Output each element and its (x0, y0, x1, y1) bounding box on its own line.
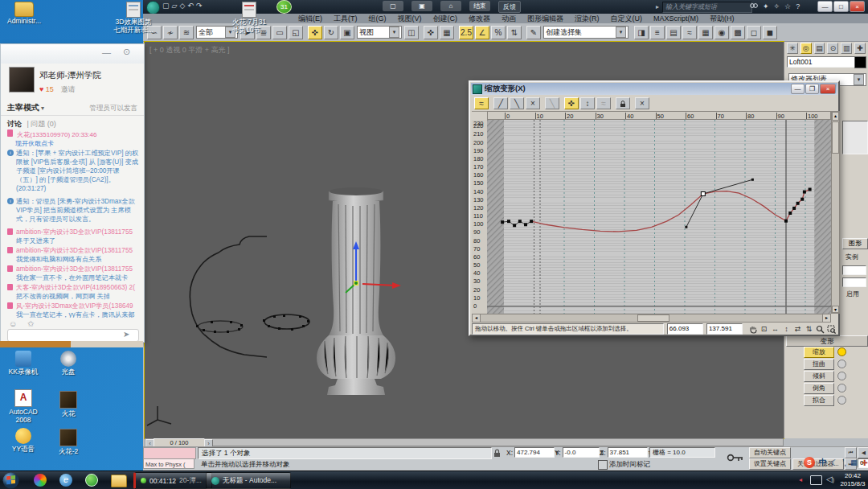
desktop-icon-6[interactable]: 火花-2 (50, 429, 87, 455)
selection-lock-icon[interactable] (492, 447, 502, 458)
spinner-snap-icon[interactable]: ⇅ (507, 26, 522, 39)
star-icon[interactable]: ✩ (27, 319, 34, 328)
chinese-mode-icon[interactable]: 中 (819, 457, 827, 468)
control-point[interactable] (524, 223, 527, 226)
recorder-overlay-item[interactable]: ▢ (383, 1, 403, 11)
edit-named-selection-icon[interactable]: ✎ (526, 26, 541, 39)
punctuation-icon[interactable]: ’, (842, 458, 846, 467)
point-y-field[interactable]: 137.591 (706, 323, 743, 335)
new-scene-icon[interactable]: ▢ (162, 2, 170, 12)
menu-创建(C)[interactable]: 创建(C) (428, 14, 464, 24)
fragment-field-2[interactable] (842, 277, 866, 287)
menu-渲染(R)[interactable]: 渲染(R) (569, 14, 605, 24)
deform-button-倒角[interactable]: 倒角 (804, 383, 834, 394)
chat-power-icon[interactable]: ⊙ (123, 47, 130, 57)
lightbulb-icon[interactable] (837, 347, 846, 356)
rendered-frame-icon[interactable]: ◻ (747, 26, 761, 39)
tab-question[interactable]: | 问题 (0) (27, 120, 56, 128)
control-point[interactable] (788, 212, 792, 215)
menu-动画[interactable]: 动画 (496, 14, 522, 24)
zoom-horizontal-icon[interactable]: ⇄ (792, 324, 803, 335)
recorder-overlay-item[interactable]: ⌂ (440, 1, 461, 11)
percent-snap-icon[interactable]: % (491, 26, 506, 39)
use-pivot-point-icon[interactable]: ◫ (404, 26, 419, 39)
desktop-icon-huohua[interactable]: 火花-7月31 号第10节... (223, 2, 275, 34)
insert-bezier-point-icon[interactable]: ╲ (510, 97, 524, 109)
menu-图形编辑器[interactable]: 图形编辑器 (522, 14, 569, 24)
layer-manager-icon[interactable]: ▤ (666, 26, 681, 39)
key-icon[interactable]: ✦ (763, 2, 769, 10)
display-tab[interactable]: ▥ (841, 43, 852, 54)
lightbulb-icon[interactable] (837, 384, 846, 392)
swap-deform-curves-icon[interactable]: ╲ (545, 97, 559, 109)
object-color-swatch[interactable] (854, 56, 866, 68)
keyboard-icon[interactable]: ▦ (850, 458, 858, 466)
menu-自定义(U)[interactable]: 自定义(U) (605, 14, 649, 24)
selected-control-point[interactable] (701, 192, 705, 196)
desktop-icon-2[interactable]: 光盘 (50, 351, 87, 376)
scale-control-point-icon[interactable]: ↕ (580, 97, 595, 109)
search-caret[interactable]: ▸ (656, 3, 659, 10)
deform-button-倾斜[interactable]: 倾斜 (804, 371, 834, 382)
point-x-field[interactable]: 66.093 (667, 323, 703, 335)
time-tag-icon[interactable] (598, 460, 608, 470)
tangent-handle[interactable] (751, 179, 754, 181)
modifier-stack-fragment[interactable] (842, 121, 868, 154)
equalize-curve-icon[interactable]: ≈ (474, 97, 489, 109)
desktop-icon-4[interactable]: 火花 (50, 391, 87, 417)
insert-corner-point-icon[interactable]: ╱ (493, 97, 508, 109)
tray-volume-icon[interactable]: ◁) (826, 475, 834, 483)
control-point[interactable] (792, 207, 796, 210)
desktop-icon-5[interactable]: YY语音 (5, 428, 42, 453)
emoji-icon[interactable]: ☺ (9, 319, 17, 328)
taskbar-app-colorwheel-icon[interactable] (34, 474, 47, 487)
binoculars-icon[interactable] (750, 2, 758, 11)
chat-input[interactable] (7, 329, 139, 342)
search-input[interactable]: 输入关键字或短语 (662, 2, 752, 13)
select-and-move-icon[interactable]: ✜ (308, 26, 322, 39)
tray-clock[interactable]: 20:42 2015/8/3 (839, 472, 866, 488)
scroll-thumb[interactable] (832, 121, 839, 154)
bind-to-space-warp-icon[interactable]: ≋ (179, 26, 194, 39)
communicate-icon[interactable]: ✧ (774, 2, 780, 10)
maxscript-listener-pink[interactable] (143, 447, 196, 459)
named-selection-dropdown[interactable]: 创建选择集▾ (543, 26, 628, 39)
control-point[interactable] (513, 224, 516, 227)
angle-snap-icon[interactable]: ∠ (475, 26, 489, 39)
tray-display-icon[interactable] (810, 475, 822, 485)
open-file-icon[interactable]: ▱ (172, 2, 178, 12)
render-setup-icon[interactable]: ▩ (731, 26, 745, 39)
chat-titlebar[interactable]: — ⊙ (1, 44, 144, 64)
tools-wrench-icon[interactable]: ✚ (861, 458, 867, 467)
menu-MAXScript(M)[interactable]: MAXScript(M) (648, 14, 704, 23)
control-point[interactable] (800, 198, 804, 201)
profile-spline[interactable] (190, 236, 267, 357)
taskbar-recorder-button[interactable]: 00:41:12 20-潭... (133, 472, 212, 489)
lightbulb-icon[interactable] (837, 396, 846, 405)
deform-button-扭曲[interactable]: 扭曲 (804, 359, 834, 370)
align-icon[interactable]: ≡ (650, 26, 665, 39)
tangent-handle[interactable] (685, 226, 687, 228)
taskbar-app-green-icon[interactable] (85, 474, 98, 487)
schematic-view-icon[interactable]: ▦ (698, 26, 713, 39)
desktop-icon-3[interactable]: AAutoCAD 2008 (5, 389, 42, 424)
zoom-horizontal-extents-icon[interactable]: ↔ (770, 324, 780, 335)
track-bar[interactable] (145, 438, 784, 446)
modify-tab[interactable]: ◎ (800, 43, 812, 54)
maxscript-listener-white[interactable]: Max to Physx ( (143, 458, 194, 469)
menu-编辑(E)[interactable]: 编辑(E) (293, 14, 328, 24)
dialog-restore-button[interactable]: ❐ (805, 84, 819, 94)
chat-minimize-icon[interactable]: — (102, 47, 111, 57)
menu-修改器[interactable]: 修改器 (463, 14, 496, 24)
dialog-close-button[interactable]: × (820, 84, 836, 94)
control-point[interactable] (796, 202, 800, 205)
zoom-extents-icon[interactable]: ⊡ (759, 324, 769, 335)
deform-button-拟合[interactable]: 拟合 (804, 395, 834, 406)
control-point[interactable] (507, 220, 510, 223)
recorder-overlay-item[interactable]: 结束 (469, 1, 490, 11)
menu-帮助(H)[interactable]: 帮助(H) (704, 14, 740, 24)
recorder-overlay-item[interactable]: ▣ (411, 1, 432, 11)
unlink-selection-icon[interactable]: ≁ (163, 26, 178, 39)
control-point[interactable] (809, 188, 812, 191)
deform-button-缩放[interactable]: 缩放 (804, 347, 834, 358)
